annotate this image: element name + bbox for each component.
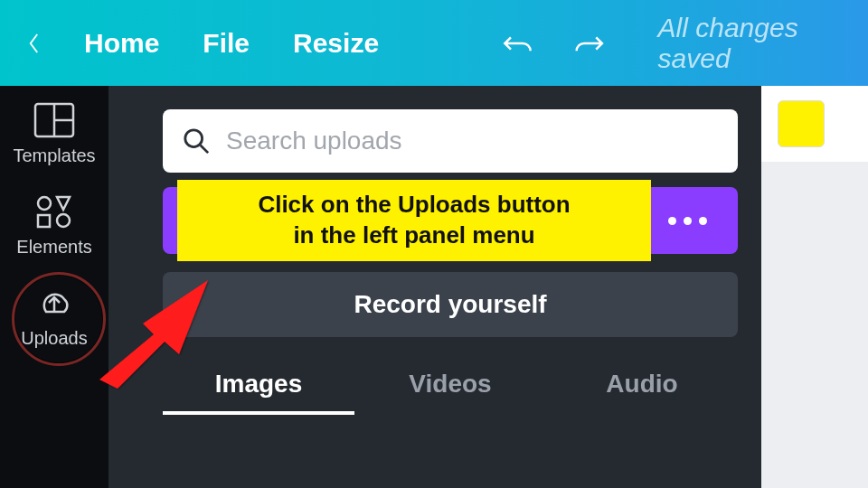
rail-templates-label: Templates <box>13 145 95 166</box>
canvas-toolbar <box>761 86 868 162</box>
file-nav[interactable]: File <box>203 28 250 59</box>
svg-line-9 <box>201 145 208 153</box>
svg-point-3 <box>38 197 51 210</box>
tab-videos[interactable]: Videos <box>354 370 546 415</box>
svg-rect-5 <box>38 215 50 227</box>
tab-images[interactable]: Images <box>163 370 354 415</box>
tab-audio[interactable]: Audio <box>546 370 738 415</box>
color-swatch[interactable] <box>778 100 825 147</box>
rail-uploads[interactable]: Uploads <box>21 285 87 349</box>
redo-button[interactable] <box>575 31 605 56</box>
uploads-tabs: Images Videos Audio <box>163 370 738 415</box>
rail-elements-label: Elements <box>16 237 91 258</box>
back-button[interactable] <box>27 30 41 57</box>
undo-icon <box>502 31 532 56</box>
save-status: All changes saved <box>658 13 841 74</box>
undo-button[interactable] <box>502 31 532 56</box>
main-body: Templates Elements Uploads <box>0 86 868 488</box>
elements-icon <box>33 193 75 230</box>
instruction-callout: Click on the Uploads button in the left … <box>177 180 651 261</box>
record-yourself-button[interactable]: Record yourself <box>163 272 738 337</box>
highlight-ring <box>12 272 106 366</box>
search-bar[interactable] <box>163 109 738 173</box>
dots-icon <box>684 217 692 225</box>
dots-icon <box>668 217 676 225</box>
rail-templates[interactable]: Templates <box>13 102 95 166</box>
search-icon <box>183 127 210 155</box>
rail-elements[interactable]: Elements <box>16 193 91 258</box>
resize-nav[interactable]: Resize <box>293 28 379 59</box>
uploads-panel: Record yourself Images Videos Audio Clic… <box>108 86 761 488</box>
canvas-area <box>761 86 868 488</box>
home-nav[interactable]: Home <box>84 28 159 59</box>
svg-marker-4 <box>57 197 70 210</box>
redo-icon <box>575 31 605 56</box>
left-rail: Templates Elements Uploads <box>0 86 108 488</box>
svg-point-8 <box>185 130 203 147</box>
templates-icon <box>33 102 75 138</box>
chevron-left-icon <box>27 30 41 57</box>
dots-icon <box>699 217 707 225</box>
svg-point-6 <box>57 214 70 227</box>
search-input[interactable] <box>226 127 718 155</box>
upload-more-button[interactable] <box>637 187 738 254</box>
top-bar: Home File Resize All changes saved <box>0 0 868 86</box>
